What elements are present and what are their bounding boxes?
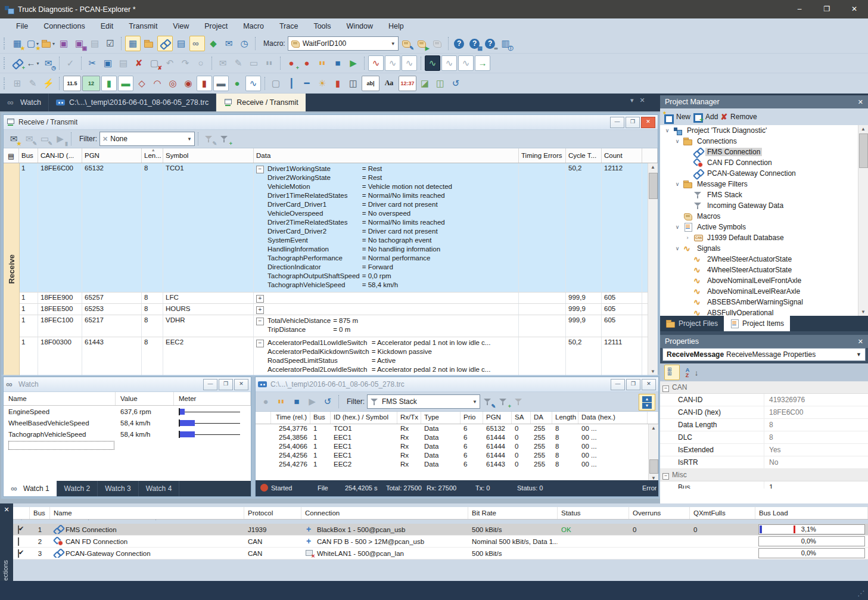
instr-slider-v[interactable]: ┃ bbox=[284, 76, 298, 91]
tree-expander-icon[interactable]: ∨ bbox=[674, 138, 681, 144]
column-header-bus-load[interactable]: Bus Load bbox=[755, 507, 868, 519]
options-button[interactable]: ☑ bbox=[103, 36, 117, 51]
tab-receive-transmit[interactable]: Receive / Transmit bbox=[216, 94, 306, 111]
menu-window[interactable]: Window bbox=[339, 20, 381, 33]
stop-button[interactable]: ■ bbox=[331, 56, 345, 70]
tree-item-absfullyoperational[interactable]: ABSFullyOperational bbox=[660, 307, 868, 316]
tree-item-4wheelsteeractuatorstate[interactable]: 4WheelSteerActuatorState bbox=[660, 265, 868, 275]
filter-add-button[interactable]: + bbox=[217, 132, 232, 146]
maximize-button[interactable]: ❐ bbox=[813, 0, 841, 18]
reset-button[interactable]: ←▾ bbox=[26, 56, 40, 70]
column-header-meter[interactable]: Meter bbox=[174, 392, 251, 405]
toggle-trace[interactable]: ◷ bbox=[237, 36, 251, 51]
toggle-project-manager[interactable]: ▦ bbox=[125, 36, 141, 51]
sort-alphabetical-button[interactable]: ↓ bbox=[685, 365, 699, 380]
menu-tools[interactable]: Tools bbox=[306, 20, 338, 33]
macro-run-button[interactable]: ▶ bbox=[415, 36, 429, 51]
message-row-vdhr[interactable]: 118FEC100652178VDHR−TotalVehicleDistance… bbox=[19, 315, 658, 337]
tree-item-abovenominallevelrearaxle[interactable]: AboveNominalLevelRearAxle bbox=[660, 286, 868, 297]
column-header-pgn[interactable]: PGN bbox=[483, 412, 512, 424]
tree-scrollbar[interactable]: ▲ ▼ bbox=[858, 125, 868, 316]
message-row-tco1[interactable]: 118FE6C00651328TCO1−Driver1WorkingState=… bbox=[19, 163, 658, 293]
expand-icon[interactable]: + bbox=[256, 306, 264, 314]
column-header-bus[interactable]: Bus bbox=[310, 412, 331, 424]
watch-row-wheelbasedvehiclespeed[interactable]: WheelBasedVehicleSpeed58,4 km/h bbox=[4, 417, 251, 428]
column-header-protocol[interactable]: Protocol bbox=[244, 507, 301, 519]
instr-image[interactable]: ◪ bbox=[418, 76, 432, 91]
add-button[interactable]: Add bbox=[693, 113, 718, 122]
instr-bar-meter-v[interactable]: ▮ bbox=[101, 76, 117, 91]
enable-checkbox[interactable] bbox=[18, 549, 19, 558]
new-document-button[interactable]: ▢★▾ bbox=[26, 36, 40, 51]
macro-edit-button[interactable]: ✎ bbox=[399, 36, 413, 51]
maximize-button[interactable]: ❐ bbox=[219, 379, 233, 390]
trace-row[interactable]: 254,42561EEC1RxData6614440255800 ... bbox=[256, 451, 658, 460]
enable-checkbox[interactable] bbox=[18, 526, 19, 534]
delete-button[interactable]: ✘ bbox=[132, 56, 146, 70]
pause-button[interactable]: ▮▮ bbox=[315, 56, 329, 70]
tab-project-items[interactable]: Project Items bbox=[724, 316, 790, 331]
connect-button[interactable]: + bbox=[10, 56, 24, 70]
open-button[interactable]: ▾ bbox=[41, 36, 55, 51]
collapse-icon[interactable]: − bbox=[256, 318, 264, 325]
tab-watch-1[interactable]: Watch 1 bbox=[4, 481, 57, 496]
properties-object-selector[interactable]: ReceiveMessage ReceiveMessage Properties… bbox=[662, 348, 866, 361]
filter-edit-button[interactable]: ✎ bbox=[481, 394, 495, 409]
instr-textbox[interactable]: ab| bbox=[362, 76, 379, 91]
menu-view[interactable]: View bbox=[165, 20, 197, 33]
column-header-bus[interactable]: Bus bbox=[30, 507, 50, 519]
restart-button[interactable]: ↺ bbox=[321, 394, 335, 409]
property-row-isrtr[interactable]: IsRTRNo bbox=[660, 456, 868, 469]
column-header-rx-tx[interactable]: Rx/Tx bbox=[397, 412, 421, 424]
property-row-can-id-hex-[interactable]: CAN-ID (hex)18FE6C00 bbox=[660, 406, 868, 419]
column-header-data-hex-[interactable]: Data (hex.) bbox=[578, 412, 648, 424]
instr-led-bar[interactable]: ▮ bbox=[331, 76, 345, 91]
instr-frame[interactable]: ▢ bbox=[269, 76, 283, 91]
column-header-data[interactable]: Data bbox=[254, 148, 519, 163]
instr-gauge-needle[interactable]: ◉ bbox=[181, 76, 195, 91]
property-group-misc[interactable]: −Misc bbox=[660, 469, 868, 481]
help-search-button[interactable]: ?∞ bbox=[483, 36, 497, 51]
tab-watch-2[interactable]: Watch 2 bbox=[57, 481, 98, 496]
tree-item-fms-connection[interactable]: FMS Connection bbox=[660, 147, 868, 157]
close-button[interactable]: ✕ bbox=[641, 117, 655, 128]
column-header-len-[interactable]: ▲Len... bbox=[142, 148, 163, 163]
collapse-icon[interactable]: − bbox=[256, 166, 264, 173]
close-panel-icon[interactable]: ✕ bbox=[0, 503, 13, 514]
new-message-button[interactable]: ✉★ bbox=[7, 132, 21, 146]
column-header-bit-rate[interactable]: Bit Rate bbox=[468, 507, 558, 519]
instr-digital-display[interactable]: 12 bbox=[82, 76, 100, 91]
minimize-button[interactable]: — bbox=[610, 117, 624, 128]
tree-item-message-filters[interactable]: ∨Message Filters bbox=[660, 179, 868, 189]
message-delay-button[interactable]: ✉◷ bbox=[41, 56, 55, 70]
column-header-bus[interactable]: Bus bbox=[19, 148, 38, 163]
plotter-button[interactable]: ∿ bbox=[368, 55, 384, 71]
column-header-type[interactable]: Type bbox=[421, 412, 461, 424]
scroll-thumb[interactable] bbox=[649, 459, 658, 474]
column-header-cycle-t-[interactable]: Cycle T... bbox=[566, 148, 602, 163]
receive-vertical-scrollbar[interactable]: ▲ ▼ bbox=[648, 163, 658, 375]
column-header-overruns[interactable]: Overruns bbox=[629, 507, 690, 519]
toggle-connections[interactable] bbox=[157, 36, 173, 51]
stop-button[interactable]: ■ bbox=[290, 394, 304, 409]
trace-row[interactable]: 254,40661EEC1RxData6614440255800 ... bbox=[256, 442, 658, 451]
tab-watch[interactable]: Watch bbox=[0, 94, 49, 111]
collapse-icon[interactable]: − bbox=[662, 473, 669, 480]
scroll-up-icon[interactable]: ▲ bbox=[651, 425, 656, 431]
minimize-button[interactable]: — bbox=[611, 379, 625, 390]
macro-combo[interactable]: WaitForID100▼ bbox=[288, 36, 399, 51]
instr-indicator[interactable]: ☀ bbox=[315, 76, 329, 91]
instr-gauge-round[interactable]: ◎ bbox=[166, 76, 180, 91]
trace-row[interactable]: 254,37761TCO1RxData6651320255800 ... bbox=[256, 424, 658, 433]
column-header-pgn[interactable]: PGN bbox=[82, 148, 142, 163]
tab-c-temp-2016-06-01-08-06-05-278-trc[interactable]: C:\...\_temp\2016-06-01_08-06-05_278.trc bbox=[49, 94, 216, 111]
tree-item-incoming-gateway-data[interactable]: Incoming Gateway Data bbox=[660, 200, 868, 211]
column-header-connection[interactable]: Connection bbox=[301, 507, 468, 519]
property-group-can[interactable]: −CAN bbox=[660, 381, 868, 394]
tree-item-2wheelsteeractuatorstate[interactable]: 2WheelSteerActuatorState bbox=[660, 254, 868, 265]
connection-row-fms-connection[interactable]: 1FMS ConnectionJ1939BlackBox 1 - 500@pca… bbox=[13, 524, 868, 536]
tree-item-active-symbols[interactable]: ∨Active Symbols bbox=[660, 222, 868, 232]
minimize-button[interactable]: — bbox=[203, 379, 217, 390]
instr-led[interactable]: ● bbox=[230, 76, 244, 91]
instr-rotate[interactable]: ↺ bbox=[449, 76, 463, 91]
